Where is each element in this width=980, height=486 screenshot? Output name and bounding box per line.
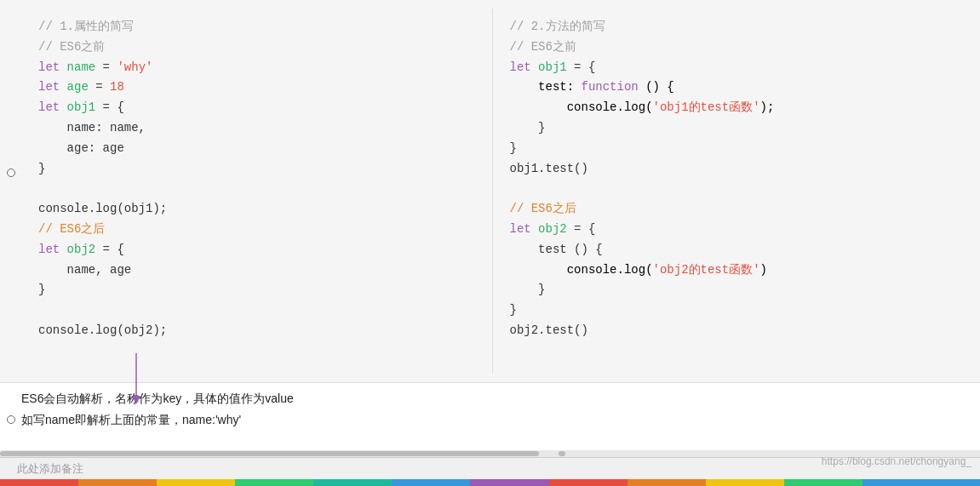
code-line: console.log(obj2); xyxy=(38,321,475,341)
bottom-line1: ES6会自动解析，名称作为key，具体的值作为value xyxy=(21,388,963,409)
code-line: } xyxy=(38,280,475,300)
code-line: console.log('obj2的test函数') xyxy=(510,260,947,281)
left-dot2 xyxy=(7,415,15,424)
code-line xyxy=(38,300,475,321)
rainbow-footer-bar xyxy=(0,479,980,486)
code-line: } xyxy=(38,159,475,180)
footer-url: https://blog.csdn.net/chongyang_ xyxy=(822,455,971,467)
code-line: let obj2 = { xyxy=(38,240,475,260)
code-line: age: age xyxy=(38,139,475,159)
code-line: console.log(obj1); xyxy=(38,199,475,220)
code-line: console.log('obj1的test函数'); xyxy=(510,98,947,118)
code-line: } xyxy=(510,139,947,159)
main-container: // 1.属性的简写 // ES6之前 let name = 'why' let… xyxy=(0,0,980,486)
left-code-panel: // 1.属性的简写 // ES6之前 let name = 'why' let… xyxy=(21,9,492,374)
code-line: let obj1 = { xyxy=(38,98,475,118)
code-line: // ES6之后 xyxy=(38,220,475,240)
code-line: let obj2 = { xyxy=(510,220,947,240)
code-line: // 1.属性的简写 xyxy=(38,17,475,37)
code-line: } xyxy=(510,300,947,321)
left-dot xyxy=(7,169,15,177)
code-line: test: function () { xyxy=(510,77,947,98)
code-line: let obj1 = { xyxy=(510,58,947,78)
code-line: obj2.test() xyxy=(510,321,947,341)
code-line xyxy=(38,179,475,199)
scrollbar-thumb[interactable] xyxy=(0,451,539,456)
code-line: let age = 18 xyxy=(38,77,475,98)
code-line: // ES6之前 xyxy=(38,37,475,58)
code-area: // 1.属性的简写 // ES6之前 let name = 'why' let… xyxy=(0,0,980,382)
code-line: name, age xyxy=(38,260,475,281)
code-line: let name = 'why' xyxy=(38,58,475,78)
scrollbar-thumb2[interactable] xyxy=(559,451,565,456)
code-line: // ES6之前 xyxy=(510,37,947,58)
bottom-area: ES6会自动解析，名称作为key，具体的值作为value 如写name即解析上面… xyxy=(0,382,980,450)
code-line: // 2.方法的简写 xyxy=(510,17,947,37)
code-line: obj1.test() xyxy=(510,159,947,180)
bottom-line2: 如写name即解析上面的常量，name:'why' xyxy=(21,409,963,431)
code-line: } xyxy=(510,118,947,139)
footer-comment-placeholder: 此处添加备注 xyxy=(17,461,83,477)
code-line: // ES6之后 xyxy=(510,199,947,220)
code-line: } xyxy=(510,280,947,300)
code-line: name: name, xyxy=(38,118,475,139)
code-line xyxy=(510,179,947,199)
code-line: test () { xyxy=(510,240,947,260)
right-code-panel: // 2.方法的简写 // ES6之前 let obj1 = { test: f… xyxy=(492,9,964,374)
